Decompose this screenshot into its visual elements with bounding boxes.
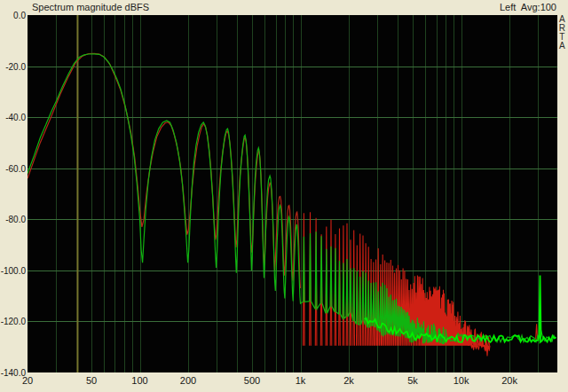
plot-background <box>28 15 557 372</box>
y-tick-label--60.0: -60.0 <box>0 163 26 173</box>
x-tick-label-10k: 10k <box>454 375 469 386</box>
y-tick-label--20.0: -20.0 <box>0 61 26 71</box>
x-tick-label-20k: 20k <box>501 375 517 386</box>
x-tick-label-100: 100 <box>131 375 147 386</box>
y-tick-label-0.0: 0.0 <box>0 11 26 20</box>
y-tick-label--40.0: -40.0 <box>0 113 26 122</box>
x-tick-label-50: 50 <box>86 375 97 386</box>
y-tick-label--80.0: -80.0 <box>0 215 26 224</box>
x-tick-label-500: 500 <box>244 375 260 386</box>
x-tick-label-5k: 5k <box>407 375 418 386</box>
y-tick-label--140.0: -140.0 <box>0 368 26 378</box>
arta-spectrum-window: Spectrum magnitude dBFS Left Avg:100 A R… <box>0 0 568 392</box>
x-tick-label-2k: 2k <box>343 375 354 386</box>
x-tick-label-200: 200 <box>180 375 196 386</box>
x-tick-label-1k: 1k <box>296 375 306 386</box>
y-tick-label--120.0: -120.0 <box>0 317 26 326</box>
spectrum-plot-canvas[interactable] <box>0 0 568 392</box>
y-tick-label--100.0: -100.0 <box>0 265 26 275</box>
